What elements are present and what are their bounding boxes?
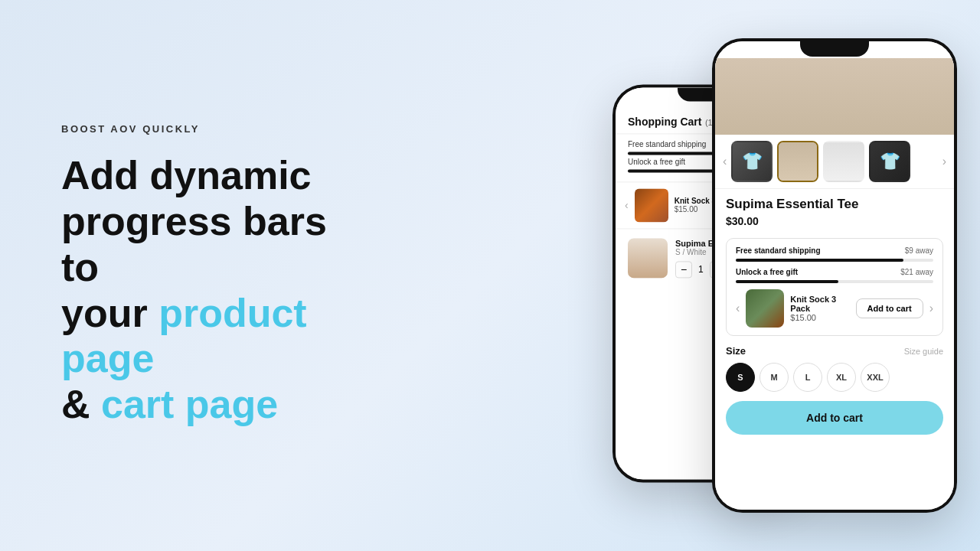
thumbnail-3[interactable] <box>823 141 864 182</box>
size-btn-xxl[interactable]: XXL <box>861 363 890 392</box>
product-progress2-fill <box>736 280 838 283</box>
shirt-icon-1: 👕 <box>733 142 771 181</box>
cart-item-thumbnail <box>628 238 668 278</box>
size-btn-l[interactable]: L <box>793 363 822 392</box>
thumbnail-2[interactable] <box>777 141 818 182</box>
cart-title: Shopping Cart <box>628 116 701 128</box>
product-name: Supima Essential Tee <box>726 197 943 212</box>
size-btn-s[interactable]: S <box>726 363 755 392</box>
headline: Add dynamicprogress bars toyour product … <box>61 153 352 428</box>
upsell-thumb-img <box>635 188 668 222</box>
size-btn-m[interactable]: M <box>760 363 789 392</box>
product-progress1-away: $9 away <box>905 246 933 255</box>
cart-item-person-img <box>628 238 668 278</box>
size-guide-link[interactable]: Size guide <box>904 347 943 356</box>
prod-upsell-info: Knit Sock 3 Pack $15.00 <box>790 295 849 322</box>
product-progress1-bg <box>736 259 933 262</box>
thumb-prev-icon[interactable]: ‹ <box>723 155 727 168</box>
eyebrow-text: BOOST AOV QUICKLY <box>61 123 352 135</box>
product-progress2-bg <box>736 280 933 283</box>
product-progress2-label: Unlock a free gift <box>736 268 798 276</box>
qty-decrease-button[interactable]: − <box>675 261 692 278</box>
product-phone-notch <box>800 41 869 57</box>
product-upsell-card: ‹ Knit Sock 3 Pack $15.00 Add to cart › <box>736 289 933 328</box>
size-options: S M L XL XXL <box>726 363 943 392</box>
qty-number: 1 <box>698 264 704 275</box>
product-progress1-header: Free standard shipping $9 away <box>736 246 933 255</box>
product-hero-image <box>715 58 954 135</box>
left-section: BOOST AOV QUICKLY Add dynamicprogress ba… <box>0 77 398 474</box>
product-info: Supima Essential Tee $30.00 <box>715 189 954 233</box>
product-progress-row1: Free standard shipping $9 away <box>736 246 933 262</box>
person-img-3 <box>825 142 863 181</box>
add-to-cart-button[interactable]: Add to cart <box>726 401 943 435</box>
upsell-prev-icon[interactable]: ‹ <box>625 199 629 211</box>
size-header: Size Size guide <box>726 345 943 357</box>
size-label: Size <box>726 345 746 357</box>
shirt-icon-4: 👕 <box>871 142 909 181</box>
prod-upsell-thumbnail <box>746 289 784 328</box>
size-section: Size Size guide S M L XL XXL <box>715 341 954 396</box>
prod-upsell-next-icon[interactable]: › <box>929 302 933 315</box>
person-img-2 <box>779 142 817 181</box>
size-btn-xl[interactable]: XL <box>827 363 856 392</box>
product-progress2-away: $21 away <box>900 268 933 276</box>
prod-upsell-name: Knit Sock 3 Pack <box>790 295 849 313</box>
prod-upsell-price: $15.00 <box>790 313 849 322</box>
product-progress1-fill <box>736 259 903 262</box>
product-progress2-header: Unlock a free gift $21 away <box>736 268 933 276</box>
thumb-next-icon[interactable]: › <box>942 155 946 168</box>
progress-card: Free standard shipping $9 away Unlock a … <box>726 238 943 336</box>
phones-section: Shopping Cart (1 item) Free standard shi… <box>398 0 980 551</box>
upsell-thumbnail <box>635 188 668 222</box>
product-price: $30.00 <box>726 215 943 227</box>
thumbs-row: 👕 👕 <box>731 141 937 182</box>
product-progress1-label: Free standard shipping <box>736 246 821 255</box>
prod-upsell-prev-icon[interactable]: ‹ <box>736 302 740 315</box>
product-progress-row2: Unlock a free gift $21 away <box>736 268 933 283</box>
headline-text2: & <box>61 382 101 426</box>
prod-upsell-add-button[interactable]: Add to cart <box>856 298 923 318</box>
thumbnail-strip: ‹ 👕 👕 › <box>715 135 954 189</box>
product-phone-content: ‹ 👕 👕 › <box>715 41 954 510</box>
headline-highlight2: cart page <box>101 382 278 426</box>
thumbnail-1[interactable]: 👕 <box>731 141 773 182</box>
thumbnail-4[interactable]: 👕 <box>869 141 910 182</box>
product-phone: ‹ 👕 👕 › <box>712 38 957 513</box>
